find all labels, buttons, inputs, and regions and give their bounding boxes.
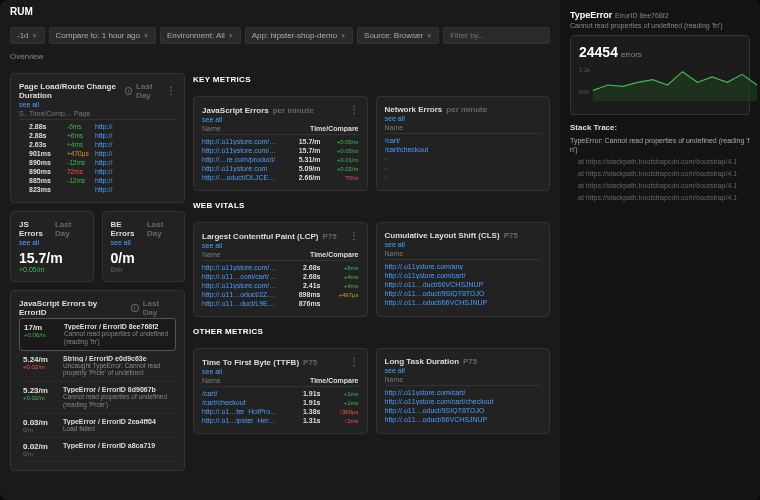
filter-time[interactable]: -1d▼ xyxy=(10,27,45,44)
item-link[interactable]: http://.o11ystore.com/cart xyxy=(202,147,279,154)
error-list-item[interactable]: 0.02/m0/m TypeError / ErrorID a8ca719 xyxy=(19,438,176,462)
item-link[interactable]: http://…oduct/OLJCESPC7Z xyxy=(202,174,279,181)
item-link[interactable]: http://.o11…oduct/9SIQT8TOJO xyxy=(385,407,542,414)
filter-source[interactable]: Source: Browser▼ xyxy=(357,27,439,44)
item-link[interactable]: http://.o11ystore.com/cart/ xyxy=(385,272,542,279)
table-row[interactable]: 2.88s -6ms http:// xyxy=(19,122,176,131)
table-row[interactable]: 890ms 72ms http:// xyxy=(19,167,176,176)
item-link[interactable]: /cart/checkout xyxy=(202,399,279,406)
error-list-item[interactable]: 0.03/m0/m TypeError / ErrorID 2ea4ff04Lo… xyxy=(19,414,176,438)
item-link[interactable]: http://.o11ystore.com/any xyxy=(202,138,279,145)
see-all-link[interactable]: see all xyxy=(19,239,85,246)
card-sub: Last Day xyxy=(143,299,176,317)
item-link[interactable]: http://.o11ystore.com/any xyxy=(202,264,279,271)
info-icon[interactable]: i xyxy=(131,304,139,312)
filter-env[interactable]: Environment: All▼ xyxy=(160,27,241,44)
page-link[interactable]: http:// xyxy=(95,141,176,148)
error-list-item[interactable]: 5.23/m+0.02/m TypeError / ErrorID 8d9067… xyxy=(19,382,176,414)
item-link[interactable]: /cart/ xyxy=(202,390,279,397)
page-link[interactable]: http:// xyxy=(95,132,176,139)
table-row[interactable]: 885ms -12ms http:// xyxy=(19,176,176,185)
table-row[interactable]: 2.88s +6ms http:// xyxy=(19,131,176,140)
item-link[interactable]: http://.o11ystore.com/any xyxy=(385,263,542,270)
error-list-item[interactable]: 5.24/m+0.02/m String / ErrorID e0d9c63eU… xyxy=(19,351,176,383)
info-icon[interactable]: i xyxy=(125,87,132,95)
see-all-link[interactable]: see all xyxy=(19,101,176,108)
more-icon[interactable]: ⋮ xyxy=(349,105,359,115)
see-all-link[interactable]: see all xyxy=(202,368,359,375)
table-row[interactable]: http://.o11…oduct/9SIQT8TOJO xyxy=(385,289,542,298)
more-icon[interactable]: ⋮ xyxy=(349,357,359,367)
more-icon[interactable]: ⋮ xyxy=(166,86,176,96)
item-link[interactable]: http://.o11…oduct/66VCHSJNUP xyxy=(385,416,542,423)
table-row[interactable]: - xyxy=(385,163,542,172)
see-all-link[interactable]: see all xyxy=(202,242,359,249)
page-link[interactable]: http:// xyxy=(95,150,176,157)
table-row[interactable]: - xyxy=(385,172,542,181)
page-link[interactable]: http:// xyxy=(95,168,176,175)
item-link[interactable]: http://.o11…duct/L9ECAV7KIM xyxy=(202,300,279,307)
item-link[interactable]: http://.o11…duct/66VCHSJNUP xyxy=(385,281,542,288)
table-row[interactable]: /cart/checkout xyxy=(385,145,542,154)
item-link[interactable]: http://…re.com/product/ xyxy=(202,156,279,163)
item-link[interactable]: http://.o11ystore.com/cart xyxy=(202,282,279,289)
table-row[interactable]: http://.o11…oduct/66VCHSJNUP xyxy=(385,298,542,307)
see-all-link[interactable]: see all xyxy=(111,239,177,246)
table-row[interactable]: http://.o11ystore.com 5.09/m +0.02/m xyxy=(202,164,359,173)
subnav-overview[interactable]: Overview xyxy=(0,48,560,65)
item-link[interactable]: http://.o11ystore.com xyxy=(202,165,279,172)
item-link[interactable]: http://.o11…oduct/66VCHSJNUP xyxy=(385,299,542,306)
table-row[interactable]: http://…oduct/OLJCESPC7Z 2.66/m ?0/m xyxy=(202,173,359,182)
item-link[interactable]: http://.o1…ter_HotProducts.svg xyxy=(202,408,279,415)
page-link[interactable]: http:// xyxy=(95,159,176,166)
item-link[interactable]: http://.o11ystore.com/cart/ xyxy=(385,389,542,396)
table-row[interactable]: http://.o11ystore.com/cart 15.7/m +0.05/… xyxy=(202,146,359,155)
item-link[interactable]: http://.o1…ipster_HeroLogo.svg xyxy=(202,417,279,424)
filter-input[interactable] xyxy=(443,27,550,44)
filter-app[interactable]: App: hipster-shop-demo▼ xyxy=(245,27,353,44)
table-row[interactable]: http://.o11ystore.com/any 2.68s +8ms xyxy=(202,263,359,272)
table-row[interactable]: http://.o11…oduct/9SIQT8TOJO xyxy=(385,406,542,415)
chevron-down-icon: ▼ xyxy=(426,33,432,39)
table-row[interactable]: http://.o11…duct/L9ECAV7KIM 876ms xyxy=(202,299,359,308)
page-link[interactable]: http:// xyxy=(95,177,176,184)
table-row[interactable]: 2.63s +4ms http:// xyxy=(19,140,176,149)
item-link[interactable]: http://.o11…oduct/9SIQT8TOJO xyxy=(385,290,542,297)
table-row[interactable]: 901ms +470µs http:// xyxy=(19,149,176,158)
table-row[interactable]: /cart/ xyxy=(385,136,542,145)
table-row[interactable]: http://.o11…oduct/2ZYFJ3GM2N 898ms +497µ… xyxy=(202,290,359,299)
table-row[interactable]: /cart/checkout 1.91s +1ms xyxy=(202,398,359,407)
item-link[interactable]: http://.o11…com/cart/checkout xyxy=(202,273,279,280)
table-row[interactable]: 823ms http:// xyxy=(19,185,176,194)
item-link: - xyxy=(385,173,542,180)
item-link[interactable]: http://.o11…oduct/2ZYFJ3GM2N xyxy=(202,291,279,298)
table-row[interactable]: http://…re.com/product/ 5.31/m +0.01/m xyxy=(202,155,359,164)
table-row[interactable]: http://.o11…duct/66VCHSJNUP xyxy=(385,280,542,289)
table-row[interactable]: http://.o11ystore.com/cart/checkout xyxy=(385,397,542,406)
table-row[interactable]: 890ms -12ms http:// xyxy=(19,158,176,167)
table-row[interactable]: http://.o1…ter_HotProducts.svg 1.38s ↑36… xyxy=(202,407,359,416)
page-link[interactable]: http:// xyxy=(95,123,176,130)
table-row[interactable]: http://.o11ystore.com/cart 2.41s +4ms xyxy=(202,281,359,290)
see-all-link[interactable]: see all xyxy=(385,115,542,122)
table-row[interactable]: http://.o11ystore.com/any xyxy=(385,262,542,271)
filter-compare[interactable]: Compare to: 1 hour ago▼ xyxy=(49,27,156,44)
item-link[interactable]: http://.o11ystore.com/cart/checkout xyxy=(385,398,542,405)
item-link[interactable]: /cart/checkout xyxy=(385,146,542,153)
table-row[interactable]: http://.o11ystore.com/any 15.7/m +0.05/m xyxy=(202,137,359,146)
table-row[interactable]: http://.o11ystore.com/cart/ xyxy=(385,271,542,280)
table-row[interactable]: http://.o11…oduct/66VCHSJNUP xyxy=(385,415,542,424)
more-icon[interactable]: ⋮ xyxy=(349,231,359,241)
error-list-item[interactable]: 17/m+0.06/m TypeError / ErrorID 8ee768f2… xyxy=(19,318,176,351)
see-all-link[interactable]: see all xyxy=(385,367,542,374)
see-all-link[interactable]: see all xyxy=(202,116,359,123)
item-link[interactable]: /cart/ xyxy=(385,137,542,144)
error-count: 24454errors xyxy=(579,44,741,60)
table-row[interactable]: http://.o11ystore.com/cart/ xyxy=(385,388,542,397)
table-row[interactable]: /cart/ 1.91s +1ms xyxy=(202,389,359,398)
see-all-link[interactable]: see all xyxy=(385,241,542,248)
table-row[interactable]: http://.o11…com/cart/checkout 2.68s +4ms xyxy=(202,272,359,281)
table-row[interactable]: - xyxy=(385,154,542,163)
page-link[interactable]: http:// xyxy=(95,186,176,193)
table-row[interactable]: http://.o1…ipster_HeroLogo.svg 1.31s ↑2m… xyxy=(202,416,359,425)
